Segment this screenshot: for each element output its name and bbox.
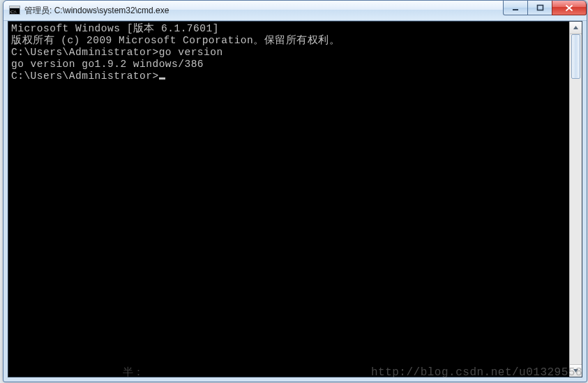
close-button[interactable] <box>552 1 587 15</box>
scroll-up-button[interactable] <box>570 22 582 34</box>
terminal-line: 版权所有 (c) 2009 Microsoft Corporation。保留所有… <box>11 35 570 47</box>
cursor <box>159 77 165 80</box>
stray-text: 半： <box>123 366 144 379</box>
maximize-button[interactable] <box>527 1 552 15</box>
svg-text:C:\: C:\ <box>10 9 17 15</box>
scroll-thumb[interactable] <box>571 34 580 79</box>
vertical-scrollbar[interactable] <box>569 22 582 377</box>
terminal-output: Microsoft Windows [版本 6.1.7601]版权所有 (c) … <box>8 22 570 377</box>
cmd-icon: C:\ <box>9 5 20 16</box>
terminal-line: go version go1.9.2 windows/386 <box>11 59 570 70</box>
cmd-window: C:\ 管理员: C:\windows\system32\cmd.exe Mic… <box>3 0 587 382</box>
svg-rect-4 <box>537 5 543 10</box>
desktop: C:\ 管理员: C:\windows\system32\cmd.exe Mic… <box>0 0 588 383</box>
svg-rect-3 <box>513 9 518 10</box>
titlebar[interactable]: C:\ 管理员: C:\windows\system32\cmd.exe <box>3 1 587 21</box>
terminal-line: Microsoft Windows [版本 6.1.7601] <box>11 23 570 35</box>
terminal-line: C:\Users\Administrator> <box>11 70 570 82</box>
minimize-button[interactable] <box>503 1 528 15</box>
watermark-text: http://blog.csdn.net/u01329558 <box>371 366 582 379</box>
window-title: 管理员: C:\windows\system32\cmd.exe <box>24 5 169 17</box>
terminal-line: C:\Users\Administrator>go version <box>11 47 570 59</box>
svg-rect-1 <box>10 6 20 8</box>
window-controls <box>504 1 587 15</box>
terminal-area[interactable]: Microsoft Windows [版本 6.1.7601]版权所有 (c) … <box>8 21 582 377</box>
